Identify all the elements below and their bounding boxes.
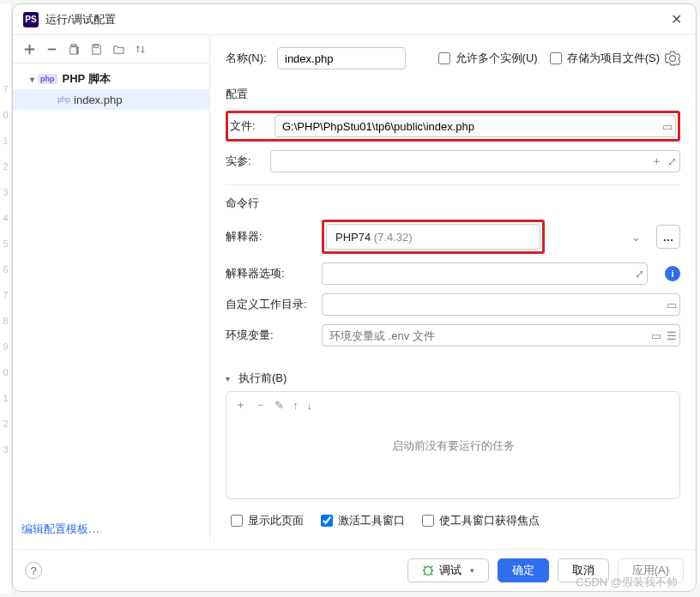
tree-label: PHP 脚本 (63, 71, 111, 87)
chevron-down-icon: ▾ (30, 75, 34, 84)
debug-button[interactable]: 调试▾ (407, 558, 489, 582)
move-up-button[interactable]: ↑ (293, 399, 299, 412)
store-project-label: 存储为项目文件(S) (567, 51, 660, 66)
sort-config-button[interactable] (131, 40, 150, 57)
interpreter-browse-button[interactable]: … (656, 225, 680, 249)
store-project-checkbox[interactable]: 存储为项目文件(S) (550, 51, 660, 66)
workdir-label: 自定义工作目录: (226, 297, 311, 312)
focus-tool-checkbox[interactable]: 使工具窗口获得焦点 (422, 513, 540, 528)
interp-opts-label: 解释器选项: (226, 266, 311, 281)
workdir-input[interactable] (322, 293, 680, 316)
titlebar: PS 运行/调试配置 ✕ (13, 4, 696, 35)
save-config-button[interactable] (87, 40, 106, 57)
name-label: 名称(N): (226, 51, 277, 66)
run-debug-config-dialog: PS 运行/调试配置 ✕ ▾ php PHP 脚本 php (12, 3, 697, 592)
before-run-label: 执行前(B) (238, 371, 287, 386)
file-input[interactable] (275, 115, 676, 137)
folder-icon[interactable]: ▭ (667, 298, 677, 311)
config-section-title: 配置 (226, 87, 680, 102)
folder-config-button[interactable] (109, 40, 128, 57)
tree-node-php-scripts[interactable]: ▾ php PHP 脚本 (13, 69, 209, 89)
php-icon: php (57, 95, 70, 104)
file-label: 文件: (230, 118, 264, 134)
show-page-checkbox[interactable]: 显示此页面 (231, 513, 304, 528)
help-icon[interactable]: ? (25, 562, 42, 579)
allow-multiple-checkbox[interactable]: 允许多个实例(U) (438, 51, 538, 66)
list-icon[interactable]: ☰ (667, 329, 677, 342)
config-toolbar (13, 35, 209, 63)
env-label: 环境变量: (226, 328, 311, 343)
args-label: 实参: (226, 154, 260, 169)
add-config-button[interactable] (20, 40, 39, 57)
add-task-button[interactable]: ＋ (235, 397, 246, 413)
interpreter-label: 解释器: (226, 229, 311, 244)
highlight-interpreter-field: PHP74 (7.4.32) (322, 220, 545, 254)
remove-config-button[interactable] (42, 40, 61, 57)
remove-task-button[interactable]: － (255, 397, 266, 413)
copy-config-button[interactable] (64, 40, 83, 57)
interpreter-version: (7.4.32) (374, 231, 413, 244)
close-icon[interactable]: ✕ (667, 11, 685, 27)
edit-templates-link[interactable]: 编辑配置模板… (21, 522, 100, 535)
tree-label: index.php (74, 93, 122, 106)
expand-icon[interactable]: ⤢ (635, 268, 644, 280)
interp-opts-input[interactable] (322, 262, 648, 285)
editor-gutter: 701234567890123 (0, 3, 12, 594)
plus-icon[interactable]: ＋ (651, 154, 662, 169)
folder-icon[interactable]: ▭ (662, 120, 673, 133)
before-run-box: ＋ － ✎ ↑ ↓ 启动前没有要运行的任务 (226, 391, 680, 499)
php-icon: php (38, 74, 57, 84)
interpreter-name: PHP74 (335, 231, 371, 244)
args-input[interactable] (270, 150, 680, 172)
info-icon[interactable]: i (665, 266, 680, 281)
expand-icon[interactable]: ⤢ (667, 155, 677, 168)
config-list-panel: ▾ php PHP 脚本 php index.php 编辑配置模板… (13, 35, 210, 542)
cancel-button[interactable]: 取消 (558, 558, 609, 582)
interpreter-select[interactable]: PHP74 (7.4.32) (326, 224, 540, 250)
allow-multiple-label: 允许多个实例(U) (456, 51, 538, 66)
chevron-down-icon: ▾ (470, 566, 474, 575)
config-tree: ▾ php PHP 脚本 php index.php (13, 63, 209, 115)
move-down-button[interactable]: ↓ (307, 399, 313, 412)
ok-button[interactable]: 确定 (498, 558, 549, 582)
dialog-footer: ? 调试▾ 确定 取消 应用(A) (13, 549, 696, 591)
folder-icon[interactable]: ▭ (651, 329, 661, 342)
chevron-down-icon[interactable]: ⌄ (631, 231, 641, 244)
activate-tool-checkbox[interactable]: 激活工具窗口 (321, 513, 405, 528)
before-run-empty-text: 启动前没有要运行的任务 (226, 418, 679, 474)
apply-button[interactable]: 应用(A) (618, 558, 684, 582)
highlight-file-field: 文件: ▭ (226, 111, 680, 142)
app-icon: PS (23, 12, 39, 27)
name-input[interactable] (277, 47, 406, 69)
dialog-title: 运行/调试配置 (45, 12, 667, 27)
env-input[interactable] (322, 324, 680, 347)
chevron-down-icon[interactable]: ▾ (226, 374, 230, 383)
config-form: 名称(N): 允许多个实例(U) 存储为项目文件(S) 配置 文件: ▭ (210, 35, 696, 542)
gear-icon[interactable] (665, 51, 680, 66)
edit-task-button[interactable]: ✎ (275, 399, 284, 412)
cli-section-title: 命令行 (226, 184, 680, 211)
tree-node-index-php[interactable]: php index.php (13, 89, 209, 110)
